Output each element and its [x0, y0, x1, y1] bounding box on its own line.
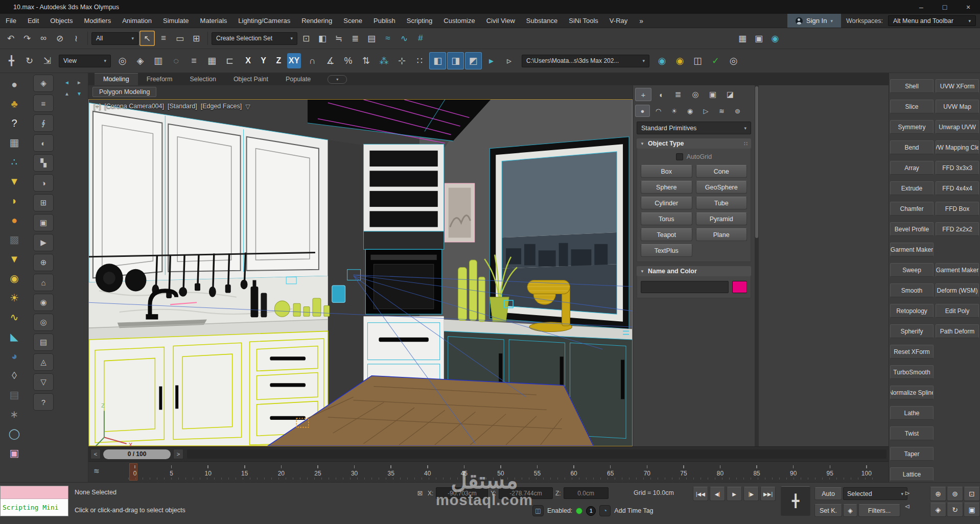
snap-toggle-icon[interactable]: ∩ [304, 52, 321, 69]
mini-listener-script-row[interactable]: Scripting Mini [1, 499, 68, 516]
modifier-button[interactable]: Smooth [890, 283, 934, 297]
ribbon-tab[interactable]: Selection [181, 73, 224, 85]
angle-snap-icon[interactable]: ∡ [322, 52, 339, 69]
zoom-extents-icon[interactable]: ⊡ [964, 487, 980, 501]
viewport-general-menu[interactable]: [+] [94, 103, 101, 110]
modifier-button[interactable]: Bend [890, 140, 934, 154]
primitive-button[interactable]: Teapot [641, 228, 692, 241]
axis-y-button[interactable]: Y [256, 53, 270, 68]
minimize-button[interactable]: – [909, 0, 933, 14]
boat-b-tool-icon[interactable]: ▽ [33, 373, 54, 391]
set-key-button[interactable]: Set K. [814, 504, 842, 517]
ribbon-tab[interactable]: Freeform [138, 73, 181, 85]
menu-item[interactable]: Animation [116, 14, 157, 28]
render-teapot-teal-icon[interactable]: ◉ [654, 52, 670, 69]
compass-tool-icon[interactable]: ◈ [33, 75, 54, 92]
menu-item[interactable]: Civil View [481, 14, 521, 28]
layer-manager-icon[interactable]: ≣ [347, 31, 363, 46]
tree-tool-icon[interactable]: ♣ [4, 94, 25, 113]
geometry-category-icon[interactable]: ● [635, 105, 650, 117]
menu-item[interactable]: Materials [195, 14, 233, 28]
create-tab-icon[interactable]: + [635, 88, 651, 101]
ribbon-tab[interactable]: Object Paint [225, 73, 277, 85]
render-check-icon[interactable]: ✓ [707, 52, 724, 69]
edit-named-selections-icon[interactable]: ⊡ [298, 31, 314, 46]
modifier-button[interactable]: Array [890, 161, 934, 175]
modifier-button[interactable]: Bevel Profile [890, 222, 934, 236]
snap-2d-icon[interactable]: ◧ [429, 52, 446, 69]
modify-tab-icon[interactable]: ◖ [652, 88, 669, 101]
modifier-button[interactable]: FFD Box [936, 202, 979, 216]
snap-25d-icon[interactable]: ◨ [447, 52, 464, 69]
prism-tool-icon[interactable]: ◣ [4, 327, 25, 346]
modifier-button[interactable]: Normalize Spline [890, 386, 934, 399]
menu-item[interactable]: V-Ray [604, 14, 633, 28]
unlink-selection-icon[interactable]: ⊘ [52, 31, 67, 46]
y-coordinate-field[interactable]: -278.744cm [499, 487, 553, 499]
menu-item[interactable]: Rendering [296, 14, 338, 28]
primitive-button[interactable]: Plane [696, 228, 748, 241]
select-and-move-icon[interactable]: ╋ [3, 52, 20, 69]
grid-snap-icon[interactable]: ▦ [203, 52, 220, 69]
rendered-frame-window-icon[interactable]: ▣ [751, 31, 766, 46]
lattice-tool-icon[interactable]: ▤ [4, 385, 25, 404]
scatter-tool-icon[interactable]: ∴ [4, 152, 25, 172]
menu-item[interactable]: Publish [368, 14, 401, 28]
key-filters-icon[interactable]: ◈ [843, 504, 857, 517]
close-button[interactable]: × [956, 0, 980, 14]
project-path-dropdown[interactable]: C:\Users\Moata...s\3ds Max 202... ▾ [522, 55, 649, 67]
menu-item[interactable]: SiNi Tools [563, 14, 604, 28]
maximize-viewport-icon[interactable]: ▣ [964, 503, 980, 517]
modifier-button[interactable]: Shell [890, 79, 934, 93]
previous-frame-arrow[interactable]: < [90, 449, 101, 459]
ribbon-minimize-toggle[interactable]: ▾ [328, 75, 347, 84]
spinner-snap-icon[interactable]: ⇅ [358, 52, 375, 69]
soft-selection-icon[interactable]: ◌ [168, 52, 184, 69]
dock-left-icon[interactable]: ◄ [61, 77, 73, 88]
viewport-shading-menu[interactable]: [Edged Faces] [201, 103, 242, 110]
current-frame-indicator[interactable]: 0 / 100 [103, 449, 171, 459]
render-production-icon[interactable]: ◉ [767, 31, 783, 46]
redo-icon[interactable]: ↷ [19, 31, 35, 46]
rectangular-selection-icon[interactable]: ▭ [172, 31, 188, 46]
select-and-scale-icon[interactable]: ⇲ [39, 52, 56, 69]
modifier-button[interactable]: Garment Maker [890, 243, 934, 256]
bind-to-space-warp-icon[interactable]: ≀ [68, 31, 84, 46]
menu-item[interactable]: Lighting/Cameras [232, 14, 296, 28]
motion-tab-icon[interactable]: ◎ [687, 88, 704, 101]
percent-snap-icon[interactable]: % [340, 52, 357, 69]
polygon-modeling-tab[interactable]: Polygon Modeling [92, 87, 156, 97]
go-to-end-button[interactable]: ▶▶| [760, 487, 776, 501]
scene-explorer-icon[interactable]: ▤ [364, 31, 379, 46]
select-by-name-icon[interactable]: ≡ [156, 31, 171, 46]
play-tool-icon[interactable]: ▶ [33, 234, 54, 251]
trackbar-curves-icon[interactable]: ≋ [94, 467, 100, 475]
systems-category-icon[interactable]: ⊚ [730, 105, 745, 117]
x-coordinate-field[interactable]: -90.703cm [436, 487, 488, 499]
orange-sphere-tool-icon[interactable]: ● [4, 210, 25, 230]
modifier-button[interactable]: Deform (WSM) [936, 283, 979, 297]
snap-3d-icon[interactable]: ◩ [465, 52, 482, 69]
modifier-button[interactable]: Garment Maker [936, 263, 979, 277]
flag-teal-icon[interactable]: ▸ [483, 52, 500, 69]
home-tool-icon[interactable]: ⌂ [33, 274, 54, 291]
reference-coordinate-dropdown[interactable]: View ▾ [59, 55, 111, 67]
curve-editor-icon[interactable]: ≈ [380, 31, 395, 46]
menu-item[interactable]: Edit [22, 14, 44, 28]
per-view-filter-icon[interactable]: ▽ [245, 103, 250, 110]
menu-item[interactable]: Substance [521, 14, 563, 28]
selection-lock-icon[interactable]: ⊠ [415, 488, 425, 498]
orbit-icon[interactable]: ↻ [947, 503, 963, 517]
funnel-b-tool-icon[interactable]: ▼ [4, 249, 25, 269]
modifier-button[interactable]: Sweep [890, 263, 934, 277]
modifier-button[interactable]: Path Deform [936, 324, 979, 338]
snowflake-icon[interactable]: ⁂ [376, 52, 392, 69]
primitive-button[interactable]: Tube [696, 197, 748, 209]
modifier-button[interactable]: Taper [890, 447, 934, 461]
grid-tool-icon[interactable]: ▦ [4, 133, 25, 152]
axis-x-button[interactable]: X [241, 53, 255, 68]
selection-filter-dropdown[interactable]: All ▾ [91, 32, 138, 45]
menu-item[interactable]: Objects [44, 14, 78, 28]
viewport[interactable]: z x y [+] [Corona Camera004] [Standard] … [88, 99, 633, 446]
toggle-a-icon[interactable]: ⊳ [902, 488, 913, 498]
